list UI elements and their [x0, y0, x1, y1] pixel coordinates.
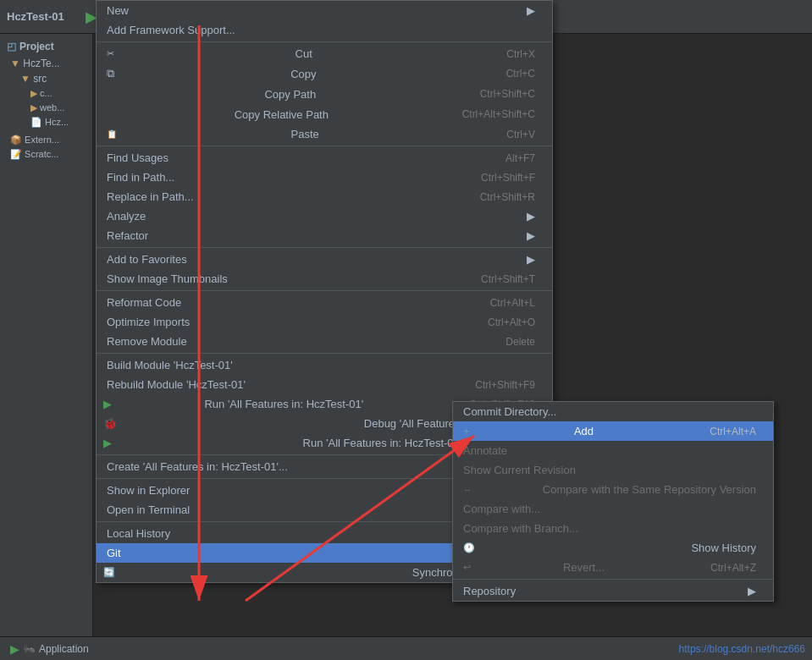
menu-favorites-arrow: ▶ — [527, 253, 535, 266]
menu-sep-5 — [97, 353, 552, 354]
git-sep-1 — [453, 579, 773, 580]
menu-refactor-label: Refactor — [107, 229, 148, 242]
run-icon: ▶ — [103, 398, 112, 410]
menu-copy-label: Copy — [290, 68, 316, 80]
ant-icon: 🐜 — [23, 643, 36, 655]
sidebar-project-header[interactable]: ◰ Project — [0, 37, 92, 56]
git-menu-show-history[interactable]: 🕐 Show History — [453, 538, 773, 558]
menu-replace-path-label: Replace in Path... — [107, 190, 194, 203]
menu-item-reformat[interactable]: Reformat Code Ctrl+Alt+L — [97, 293, 552, 312]
git-add-icon: + — [463, 425, 470, 437]
menu-analyze-label: Analyze — [107, 210, 146, 223]
bottom-tab-app[interactable]: ▶ 🐜 Application — [7, 642, 92, 656]
menu-item-replace-path[interactable]: Replace in Path... Ctrl+Shift+R — [97, 187, 552, 206]
extern-label: Extern... — [25, 135, 59, 145]
menu-item-remove-module[interactable]: Remove Module Delete — [97, 332, 552, 351]
menu-show-explorer-label: Show in Explorer — [107, 484, 190, 497]
menu-item-refactor[interactable]: Refactor ▶ — [97, 226, 552, 245]
menu-local-history-label: Local History — [107, 527, 170, 540]
menu-find-path-label: Find in Path... — [107, 171, 174, 184]
menu-git-label: Git — [107, 547, 121, 559]
menu-build-label: Build Module 'HczTest-01' — [107, 359, 233, 371]
menu-new-label: New — [107, 4, 129, 17]
menu-cut-shortcut: Ctrl+X — [506, 48, 535, 60]
menu-analyze-arrow: ▶ — [527, 210, 535, 223]
sidebar-item-src[interactable]: ▼ src — [0, 71, 92, 86]
menu-copy-path-label: Copy Path — [264, 88, 316, 101]
scratch-label: Scratc... — [25, 149, 58, 159]
git-menu-add[interactable]: + Add Ctrl+Alt+A — [453, 421, 773, 441]
root-label: HczTe... — [23, 58, 59, 69]
menu-copy-relative-label: Copy Relative Path — [235, 108, 329, 121]
menu-find-path-shortcut: Ctrl+Shift+F — [481, 172, 535, 184]
menu-run-label: Run 'All Features in: HczTest-01' — [204, 398, 363, 410]
git-menu-revert[interactable]: ↩ Revert... Ctrl+Alt+Z — [453, 558, 773, 577]
git-menu-annotate[interactable]: Annotate — [453, 441, 773, 460]
menu-new-arrow: ▶ — [527, 4, 535, 17]
menu-item-analyze[interactable]: Analyze ▶ — [97, 206, 552, 226]
menu-sep-4 — [97, 290, 552, 291]
git-add-shortcut: Ctrl+Alt+A — [710, 426, 756, 437]
sidebar-item-hcz[interactable]: 📄 Hcz... — [0, 115, 92, 129]
menu-item-rebuild[interactable]: Rebuild Module 'HczTest-01' Ctrl+Shift+F… — [97, 375, 552, 394]
git-menu-repository[interactable]: Repository ▶ — [453, 581, 773, 601]
menu-item-favorites[interactable]: Add to Favorites ▶ — [97, 250, 552, 269]
sidebar-item-extern[interactable]: 📦 Extern... — [0, 133, 92, 147]
copy-icon: ⧉ — [107, 67, 114, 80]
menu-item-new[interactable]: New ▶ — [97, 1, 552, 20]
menu-add-framework-label: Add Framework Support... — [107, 24, 235, 36]
bottom-url[interactable]: https://blog.csdn.net/hcz666 — [679, 643, 805, 655]
menu-thumbnails-label: Show Image Thumbnails — [107, 272, 228, 285]
menu-terminal-label: Open in Terminal — [107, 503, 190, 516]
extern-icon: 📦 — [10, 135, 25, 145]
git-menu-compare-with[interactable]: Compare with... — [453, 499, 773, 519]
menu-reformat-shortcut: Ctrl+Alt+L — [490, 297, 535, 309]
menu-paste-shortcut: Ctrl+V — [506, 129, 535, 140]
sidebar-item-scratch[interactable]: 📝 Scratc... — [0, 147, 92, 162]
menu-item-find-path[interactable]: Find in Path... Ctrl+Shift+F — [97, 168, 552, 187]
menu-sep-1 — [97, 41, 552, 42]
bottom-bar: ▶ 🐜 Application https://blog.csdn.net/hc… — [0, 636, 812, 660]
menu-find-usages-shortcut: Alt+F7 — [505, 152, 535, 164]
revert-icon: ↩ — [463, 562, 471, 573]
folder-icon: ▼ — [10, 58, 23, 69]
bottom-tab-label: Application — [39, 643, 89, 655]
menu-item-copy[interactable]: ⧉ Copy Ctrl+C — [97, 63, 552, 84]
menu-copy-relative-shortcut: Ctrl+Alt+Shift+C — [462, 108, 535, 120]
menu-item-copy-relative[interactable]: ⧉ Copy Relative Path Ctrl+Alt+Shift+C — [97, 104, 552, 124]
menu-optimize-shortcut: Ctrl+Alt+O — [488, 316, 535, 328]
sidebar-item-c[interactable]: ▶ c... — [0, 86, 92, 101]
git-menu-compare-same[interactable]: ↔ Compare with the Same Repository Versi… — [453, 480, 773, 499]
git-show-history-label: Show History — [691, 542, 756, 554]
menu-item-cut[interactable]: ✂ Cut Ctrl+X — [97, 44, 552, 63]
menu-item-optimize[interactable]: Optimize Imports Ctrl+Alt+O — [97, 312, 552, 332]
menu-item-copy-path[interactable]: ⧉ Copy Path Ctrl+Shift+C — [97, 84, 552, 104]
hcz-label: Hcz... — [45, 117, 69, 127]
menu-item-build[interactable]: Build Module 'HczTest-01' — [97, 355, 552, 375]
git-menu-show-revision[interactable]: Show Current Revision — [453, 460, 773, 480]
git-add-label: Add — [574, 425, 594, 437]
web-folder-icon: ▶ — [30, 102, 40, 113]
git-submenu[interactable]: Commit Directory... + Add Ctrl+Alt+A Ann… — [452, 401, 774, 602]
menu-copy-shortcut: Ctrl+C — [506, 68, 535, 80]
menu-remove-module-label: Remove Module — [107, 335, 187, 348]
app-title: HczTest-01 — [7, 10, 64, 23]
menu-find-usages-label: Find Usages — [107, 151, 168, 164]
src-folder-icon: ▼ — [20, 73, 33, 85]
git-menu-compare-branch[interactable]: Compare with Branch... — [453, 519, 773, 538]
c-label: c... — [40, 88, 52, 98]
sidebar-item-root[interactable]: ▼ HczTe... — [0, 56, 92, 71]
history-icon: 🕐 — [463, 542, 475, 553]
menu-optimize-label: Optimize Imports — [107, 316, 190, 328]
compare-same-icon: ↔ — [463, 485, 472, 494]
sidebar-item-web[interactable]: ▶ web... — [0, 101, 92, 115]
git-compare-with-label: Compare with... — [463, 503, 540, 515]
sidebar: ◰ Project ▼ HczTe... ▼ src ▶ c... ▶ web.… — [0, 34, 93, 636]
sidebar-project-label: Project — [19, 41, 54, 52]
scratch-icon: 📝 — [10, 149, 25, 159]
menu-item-thumbnails[interactable]: Show Image Thumbnails Ctrl+Shift+T — [97, 269, 552, 289]
git-menu-commit-dir[interactable]: Commit Directory... — [453, 402, 773, 421]
menu-item-paste[interactable]: 📋 Paste Ctrl+V — [97, 124, 552, 144]
menu-item-find-usages[interactable]: Find Usages Alt+F7 — [97, 148, 552, 168]
menu-item-add-framework[interactable]: Add Framework Support... — [97, 20, 552, 40]
